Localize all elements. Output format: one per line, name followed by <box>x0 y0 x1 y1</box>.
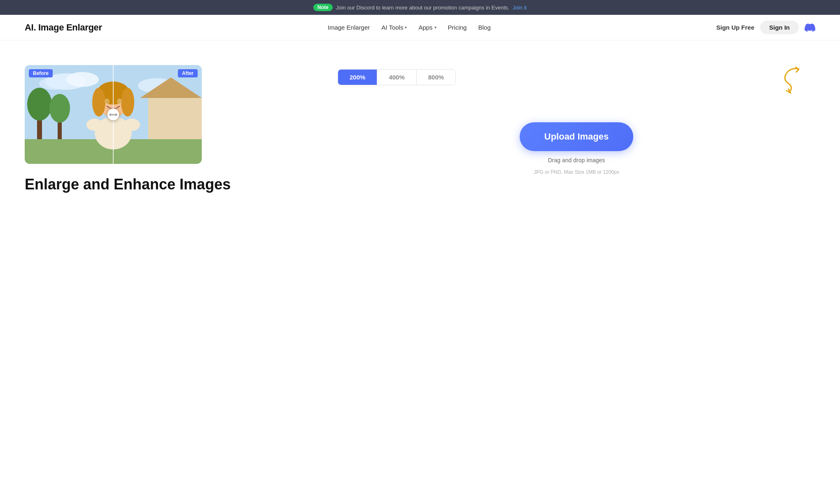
nav: Image Enlarger AI Tools ▾ Apps ▾ Pricing… <box>328 24 491 31</box>
logo: AI. Image Enlarger <box>25 22 102 33</box>
nav-image-enlarger[interactable]: Image Enlarger <box>328 24 370 31</box>
nav-pricing[interactable]: Pricing <box>448 24 467 31</box>
before-label: Before <box>29 69 53 77</box>
chevron-down-icon: ▾ <box>434 25 436 30</box>
svg-point-16 <box>105 98 110 104</box>
announcement-bar: Note Join our Discord to learn more abou… <box>0 0 840 15</box>
upload-images-button[interactable]: Upload Images <box>520 122 633 151</box>
left-section: Before After ⟺ Enlarge and Enhance Image… <box>25 65 313 193</box>
signup-link[interactable]: Sign Up Free <box>716 24 754 31</box>
comparison-handle[interactable]: ⟺ <box>107 109 119 120</box>
drag-drop-text: Drag and drop images <box>548 157 605 163</box>
before-after-container: Before After ⟺ <box>25 65 202 164</box>
nav-blog[interactable]: Blog <box>478 24 490 31</box>
header-actions: Sign Up Free Sign In <box>716 21 815 34</box>
main-content: Before After ⟺ Enlarge and Enhance Image… <box>0 40 840 329</box>
announcement-text: Join our Discord to learn more about our… <box>336 5 509 11</box>
svg-point-14 <box>92 88 105 117</box>
zoom-400-button[interactable]: 400% <box>377 70 416 85</box>
svg-point-15 <box>121 88 134 117</box>
svg-point-2 <box>66 72 99 87</box>
announcement-link[interactable]: Join it <box>513 5 527 11</box>
svg-point-21 <box>124 119 140 131</box>
right-section: 200% 400% 800% Upload Images Drag and dr… <box>338 65 815 175</box>
signin-button[interactable]: Sign In <box>760 21 799 34</box>
after-label: After <box>178 69 198 77</box>
note-badge: Note <box>313 4 333 11</box>
svg-point-20 <box>86 119 103 131</box>
svg-point-17 <box>117 98 122 104</box>
header: AI. Image Enlarger Image Enlarger AI Too… <box>0 15 840 40</box>
hero-title: Enlarge and Enhance Images <box>25 175 313 193</box>
svg-point-3 <box>39 77 68 90</box>
zoom-options: 200% 400% 800% <box>338 69 456 85</box>
nav-ai-tools[interactable]: AI Tools ▾ <box>381 24 407 31</box>
upload-area: Upload Images Drag and drop images JPG o… <box>502 122 651 175</box>
arrow-decoration-icon <box>766 65 807 94</box>
file-types-text: JPG or PNG. Max Size 1MB or 1200px <box>534 169 619 175</box>
zoom-200-button[interactable]: 200% <box>338 70 377 85</box>
svg-point-10 <box>49 94 70 123</box>
zoom-800-button[interactable]: 800% <box>417 70 455 85</box>
chevron-down-icon: ▾ <box>405 25 407 30</box>
discord-icon[interactable] <box>805 22 815 33</box>
nav-apps[interactable]: Apps ▾ <box>418 24 436 31</box>
svg-point-8 <box>27 88 52 121</box>
